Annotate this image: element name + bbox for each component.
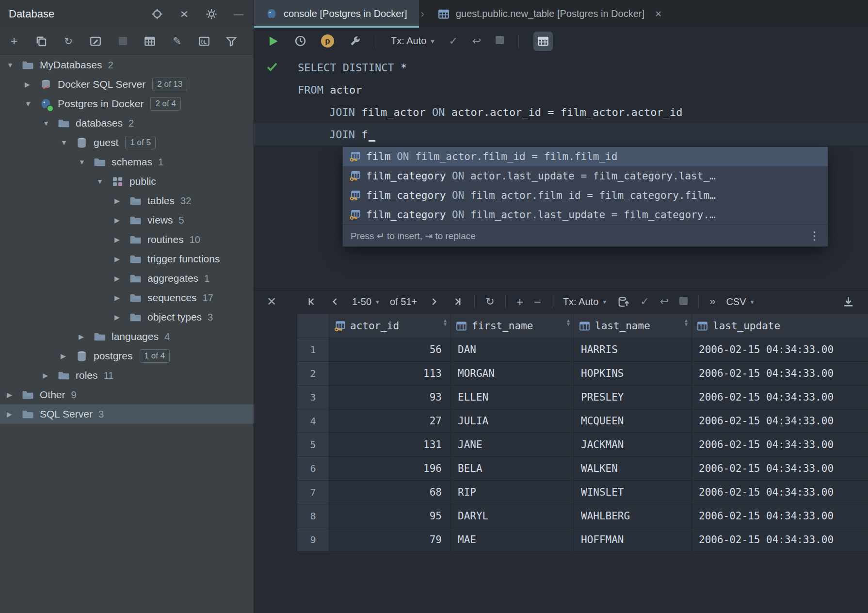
locate-icon[interactable] xyxy=(151,8,163,20)
query-console-icon[interactable]: QL xyxy=(198,35,210,48)
cell-last-update[interactable]: 2006-02-15 04:34:33.00 xyxy=(692,457,868,481)
editor-line-3[interactable]: JOIN film_actor ON actor.actor_id = film… xyxy=(254,101,868,123)
history-clock-icon[interactable] xyxy=(294,35,306,48)
delete-row-icon[interactable]: − xyxy=(534,295,541,309)
stop-query-icon[interactable] xyxy=(496,36,504,46)
tree-item-sql-server[interactable]: ▶ SQL Server 3 xyxy=(0,404,254,424)
cell-last-name[interactable]: WAHLBERG xyxy=(574,504,692,528)
edit-source-icon[interactable] xyxy=(89,35,102,48)
expand-arrow-icon[interactable]: ▼ xyxy=(7,61,21,69)
row-number[interactable]: 3 xyxy=(297,386,329,409)
expand-arrow-icon[interactable]: ▼ xyxy=(96,177,111,185)
expand-arrow-icon[interactable]: ▶ xyxy=(7,410,21,418)
cell-last-update[interactable]: 2006-02-15 04:34:33.00 xyxy=(692,504,868,528)
expand-arrow-icon[interactable]: ▶ xyxy=(114,236,129,243)
expand-arrow-icon[interactable]: ▶ xyxy=(79,333,93,340)
tree-item-trigger-functions[interactable]: ▶ trigger functions xyxy=(0,249,254,269)
more-actions-icon[interactable]: » xyxy=(709,295,715,308)
submit-to-database-icon[interactable] xyxy=(617,295,629,308)
expand-arrow-icon[interactable]: ▶ xyxy=(114,274,129,282)
tree-item-postgres-in-docker[interactable]: ▼ Postgres in Docker 2 of 4 xyxy=(0,94,254,113)
filter-icon[interactable] xyxy=(225,35,238,48)
tree-item-mydatabases[interactable]: ▼ MyDatabases 2 xyxy=(0,55,254,75)
cell-actor-id[interactable]: 68 xyxy=(329,481,451,504)
cell-last-update[interactable]: 2006-02-15 04:34:33.00 xyxy=(692,481,868,504)
modify-pencil-icon[interactable]: ✎ xyxy=(171,35,183,48)
sort-toggle-icon[interactable]: ▲▼ xyxy=(685,319,688,326)
last-page-icon[interactable] xyxy=(451,295,464,308)
row-number[interactable]: 5 xyxy=(297,433,329,457)
row-number[interactable]: 9 xyxy=(297,528,329,552)
editor-line-2[interactable]: FROM actor xyxy=(254,79,868,101)
row-number[interactable]: 7 xyxy=(297,481,329,504)
cell-last-name[interactable]: WALKEN xyxy=(574,457,692,481)
expand-arrow-icon[interactable]: ▶ xyxy=(114,216,129,224)
tree-item-postgres-db[interactable]: ▶ postgres 1 of 4 xyxy=(0,346,254,366)
completion-item-film-category-3[interactable]: film_category ON film_actor.last_update … xyxy=(343,205,828,225)
tab-overflow-chevron-icon[interactable]: › xyxy=(419,0,426,28)
cell-first-name[interactable]: JANE xyxy=(451,433,574,457)
cell-last-name[interactable]: WINSLET xyxy=(574,481,692,504)
column-header-first-name[interactable]: first_name ▲▼ xyxy=(451,314,574,338)
export-format-dropdown[interactable]: CSV ▾ xyxy=(726,296,754,307)
tree-item-languages[interactable]: ▶ languages 4 xyxy=(0,327,254,346)
tree-item-roles[interactable]: ▶ roles 11 xyxy=(0,366,254,385)
commit-icon[interactable]: ✓ xyxy=(449,35,457,48)
row-number[interactable]: 8 xyxy=(297,504,329,528)
cell-last-name[interactable]: JACKMAN xyxy=(574,433,692,457)
column-header-last-update[interactable]: last_update xyxy=(692,314,868,338)
previous-page-icon[interactable] xyxy=(329,295,341,308)
kebab-menu-icon[interactable]: ⋮ xyxy=(809,229,820,242)
expand-arrow-icon[interactable]: ▼ xyxy=(61,139,75,146)
completion-item-film-category-1[interactable]: film_category ON actor.last_update = fil… xyxy=(343,166,828,186)
expand-arrow-icon[interactable]: ▶ xyxy=(114,294,129,302)
cell-last-update[interactable]: 2006-02-15 04:34:33.00 xyxy=(692,386,868,409)
expand-arrow-icon[interactable]: ▼ xyxy=(79,158,93,166)
editor-line-1[interactable]: SELECT DISTINCT * xyxy=(254,56,868,79)
tree-item-views[interactable]: ▶ views 5 xyxy=(0,210,254,230)
settings-gear-icon[interactable] xyxy=(205,8,218,20)
tree-item-object-types[interactable]: ▶ object types 3 xyxy=(0,307,254,327)
next-page-icon[interactable] xyxy=(428,295,440,308)
tab-console[interactable]: console [Postgres in Docker] xyxy=(254,0,419,28)
results-tx-dropdown[interactable]: Tx: Auto ▾ xyxy=(563,296,606,307)
tree-item-other[interactable]: ▶ Other 9 xyxy=(0,385,254,404)
cell-last-name[interactable]: HARRIS xyxy=(574,338,692,362)
cell-last-name[interactable]: HOPKINS xyxy=(574,362,692,386)
cell-actor-id[interactable]: 95 xyxy=(329,504,451,528)
cell-actor-id[interactable]: 113 xyxy=(329,362,451,386)
table-view-icon[interactable] xyxy=(144,35,156,48)
add-datasource-button[interactable]: + xyxy=(8,35,20,48)
cell-actor-id[interactable]: 131 xyxy=(329,433,451,457)
first-page-icon[interactable] xyxy=(305,295,318,308)
expand-arrow-icon[interactable]: ▶ xyxy=(25,81,39,88)
cell-actor-id[interactable]: 56 xyxy=(329,338,451,362)
reload-data-icon[interactable]: ↻ xyxy=(485,295,494,308)
rollback-icon[interactable]: ↩ xyxy=(472,35,481,48)
cell-actor-id[interactable]: 27 xyxy=(329,409,451,433)
duplicate-icon[interactable] xyxy=(35,35,48,48)
editor-line-4[interactable]: JOIN f xyxy=(254,123,868,145)
collapse-all-icon[interactable] xyxy=(178,8,191,20)
cell-first-name[interactable]: BELA xyxy=(451,457,574,481)
rollback-results-icon[interactable]: ↩ xyxy=(660,295,669,308)
cell-first-name[interactable]: MAE xyxy=(451,528,574,552)
cell-actor-id[interactable]: 79 xyxy=(329,528,451,552)
column-header-last-name[interactable]: last_name ▲▼ xyxy=(574,314,692,338)
close-tab-icon[interactable]: ✕ xyxy=(655,9,662,19)
expand-arrow-icon[interactable]: ▼ xyxy=(25,100,39,108)
hide-panel-icon[interactable]: — xyxy=(232,8,245,20)
expand-arrow-icon[interactable]: ▶ xyxy=(114,313,129,321)
tree-item-aggregates[interactable]: ▶ aggregates 1 xyxy=(0,269,254,288)
cell-first-name[interactable]: RIP xyxy=(451,481,574,504)
expand-arrow-icon[interactable]: ▶ xyxy=(114,197,129,205)
run-button[interactable] xyxy=(267,35,279,48)
completion-item-film[interactable]: film ON film_actor.film_id = film.film_i… xyxy=(343,147,828,166)
settings-wrench-icon[interactable] xyxy=(349,35,361,48)
session-badge[interactable]: p xyxy=(321,34,334,48)
cell-last-name[interactable]: PRESLEY xyxy=(574,386,692,409)
column-header-actor-id[interactable]: actor_id ▲▼ xyxy=(329,314,451,338)
row-number[interactable]: 6 xyxy=(297,457,329,481)
stop-icon[interactable] xyxy=(116,35,129,48)
cell-last-update[interactable]: 2006-02-15 04:34:33.00 xyxy=(692,433,868,457)
